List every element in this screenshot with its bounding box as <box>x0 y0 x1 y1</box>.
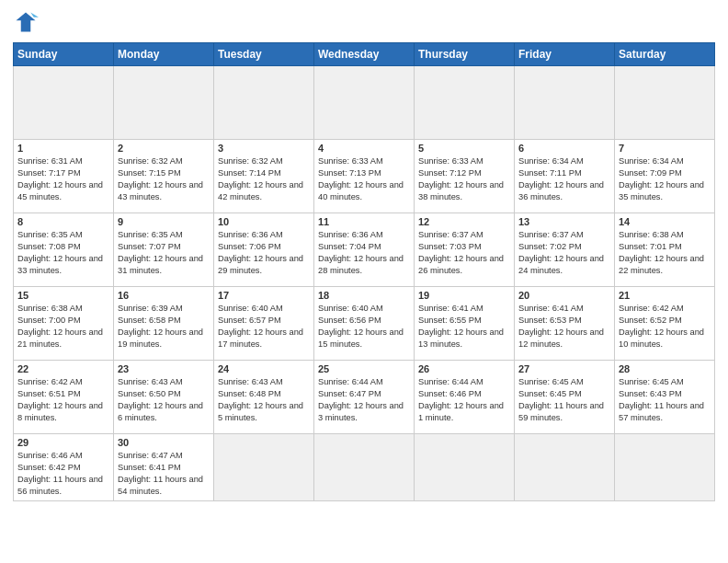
cell-text: Sunrise: 6:36 AMSunset: 7:04 PMDaylight:… <box>318 229 410 277</box>
calendar-week-row: 22 Sunrise: 6:42 AMSunset: 6:51 PMDaylig… <box>14 361 715 434</box>
calendar-header-wednesday: Wednesday <box>314 43 415 66</box>
cell-text: Sunrise: 6:40 AMSunset: 6:57 PMDaylight:… <box>218 303 310 350</box>
calendar-week-row: 1 Sunrise: 6:31 AMSunset: 7:17 PMDayligh… <box>14 140 715 213</box>
day-number: 4 <box>318 143 410 154</box>
day-number: 1 <box>17 143 109 154</box>
day-number: 21 <box>619 290 711 301</box>
cell-text: Sunrise: 6:42 AMSunset: 6:52 PMDaylight:… <box>619 303 711 350</box>
cell-text: Sunrise: 6:45 AMSunset: 6:45 PMDaylight:… <box>518 376 610 424</box>
calendar-cell: 24 Sunrise: 6:43 AMSunset: 6:48 PMDaylig… <box>214 361 314 434</box>
calendar-cell: 27 Sunrise: 6:45 AMSunset: 6:45 PMDaylig… <box>515 361 615 434</box>
day-number: 17 <box>218 290 310 301</box>
day-number: 6 <box>518 143 610 154</box>
calendar-week-row <box>14 66 715 140</box>
calendar-cell <box>314 66 415 140</box>
cell-text: Sunrise: 6:34 AMSunset: 7:09 PMDaylight:… <box>619 155 711 203</box>
calendar-cell <box>615 66 715 140</box>
calendar-cell: 28 Sunrise: 6:45 AMSunset: 6:43 PMDaylig… <box>615 361 715 434</box>
day-number: 16 <box>118 290 210 301</box>
svg-marker-0 <box>17 13 36 32</box>
cell-text: Sunrise: 6:41 AMSunset: 6:55 PMDaylight:… <box>418 303 510 350</box>
calendar-cell <box>214 434 314 501</box>
logo <box>13 9 42 35</box>
cell-text: Sunrise: 6:31 AMSunset: 7:17 PMDaylight:… <box>17 155 109 203</box>
day-number: 15 <box>17 290 109 301</box>
calendar-week-row: 15 Sunrise: 6:38 AMSunset: 7:00 PMDaylig… <box>14 287 715 361</box>
cell-text: Sunrise: 6:46 AMSunset: 6:42 PMDaylight:… <box>17 450 109 498</box>
day-number: 29 <box>17 437 109 448</box>
day-number: 28 <box>619 363 711 374</box>
calendar-cell: 13 Sunrise: 6:37 AMSunset: 7:02 PMDaylig… <box>515 213 615 287</box>
day-number: 11 <box>318 216 410 227</box>
cell-text: Sunrise: 6:39 AMSunset: 6:58 PMDaylight:… <box>118 303 210 350</box>
calendar-cell <box>314 434 415 501</box>
cell-text: Sunrise: 6:44 AMSunset: 6:47 PMDaylight:… <box>318 376 410 424</box>
cell-text: Sunrise: 6:37 AMSunset: 7:02 PMDaylight:… <box>518 229 610 277</box>
cell-text: Sunrise: 6:36 AMSunset: 7:06 PMDaylight:… <box>218 229 310 277</box>
calendar-cell <box>214 66 314 140</box>
cell-text: Sunrise: 6:42 AMSunset: 6:51 PMDaylight:… <box>17 376 109 424</box>
calendar-cell: 14 Sunrise: 6:38 AMSunset: 7:01 PMDaylig… <box>615 213 715 287</box>
calendar-cell: 17 Sunrise: 6:40 AMSunset: 6:57 PMDaylig… <box>214 287 314 361</box>
day-number: 23 <box>118 363 210 374</box>
calendar-week-row: 29 Sunrise: 6:46 AMSunset: 6:42 PMDaylig… <box>14 434 715 501</box>
day-number: 12 <box>418 216 510 227</box>
cell-text: Sunrise: 6:45 AMSunset: 6:43 PMDaylight:… <box>619 376 711 424</box>
cell-text: Sunrise: 6:35 AMSunset: 7:08 PMDaylight:… <box>17 229 109 277</box>
calendar-cell: 16 Sunrise: 6:39 AMSunset: 6:58 PMDaylig… <box>114 287 214 361</box>
calendar-cell: 15 Sunrise: 6:38 AMSunset: 7:00 PMDaylig… <box>14 287 114 361</box>
calendar-cell <box>515 66 615 140</box>
cell-text: Sunrise: 6:43 AMSunset: 6:50 PMDaylight:… <box>118 376 210 424</box>
calendar-cell: 26 Sunrise: 6:44 AMSunset: 6:46 PMDaylig… <box>415 361 515 434</box>
calendar-header-saturday: Saturday <box>615 43 715 66</box>
calendar-cell: 10 Sunrise: 6:36 AMSunset: 7:06 PMDaylig… <box>214 213 314 287</box>
calendar-week-row: 8 Sunrise: 6:35 AMSunset: 7:08 PMDayligh… <box>14 213 715 287</box>
logo-icon <box>13 9 39 35</box>
cell-text: Sunrise: 6:47 AMSunset: 6:41 PMDaylight:… <box>118 450 210 498</box>
day-number: 9 <box>118 216 210 227</box>
svg-marker-1 <box>30 13 39 17</box>
day-number: 22 <box>17 363 109 374</box>
day-number: 5 <box>418 143 510 154</box>
calendar-cell: 18 Sunrise: 6:40 AMSunset: 6:56 PMDaylig… <box>314 287 415 361</box>
cell-text: Sunrise: 6:41 AMSunset: 6:53 PMDaylight:… <box>518 303 610 350</box>
calendar-cell: 23 Sunrise: 6:43 AMSunset: 6:50 PMDaylig… <box>114 361 214 434</box>
day-number: 2 <box>118 143 210 154</box>
calendar-cell: 30 Sunrise: 6:47 AMSunset: 6:41 PMDaylig… <box>114 434 214 501</box>
cell-text: Sunrise: 6:34 AMSunset: 7:11 PMDaylight:… <box>518 155 610 203</box>
calendar-cell: 21 Sunrise: 6:42 AMSunset: 6:52 PMDaylig… <box>615 287 715 361</box>
calendar-cell <box>415 66 515 140</box>
day-number: 30 <box>118 437 210 448</box>
calendar-cell <box>515 434 615 501</box>
calendar-cell <box>14 66 114 140</box>
cell-text: Sunrise: 6:38 AMSunset: 7:01 PMDaylight:… <box>619 229 711 277</box>
calendar-cell <box>114 66 214 140</box>
cell-text: Sunrise: 6:33 AMSunset: 7:12 PMDaylight:… <box>418 155 510 203</box>
day-number: 27 <box>518 363 610 374</box>
calendar-cell: 4 Sunrise: 6:33 AMSunset: 7:13 PMDayligh… <box>314 140 415 213</box>
calendar-cell <box>415 434 515 501</box>
calendar-header-thursday: Thursday <box>415 43 515 66</box>
day-number: 24 <box>218 363 310 374</box>
calendar-cell: 2 Sunrise: 6:32 AMSunset: 7:15 PMDayligh… <box>114 140 214 213</box>
day-number: 8 <box>17 216 109 227</box>
calendar-header-friday: Friday <box>515 43 615 66</box>
day-number: 7 <box>619 143 711 154</box>
cell-text: Sunrise: 6:33 AMSunset: 7:13 PMDaylight:… <box>318 155 410 203</box>
calendar-cell: 12 Sunrise: 6:37 AMSunset: 7:03 PMDaylig… <box>415 213 515 287</box>
calendar-cell: 6 Sunrise: 6:34 AMSunset: 7:11 PMDayligh… <box>515 140 615 213</box>
calendar-cell: 29 Sunrise: 6:46 AMSunset: 6:42 PMDaylig… <box>14 434 114 501</box>
day-number: 10 <box>218 216 310 227</box>
day-number: 18 <box>318 290 410 301</box>
calendar-header-tuesday: Tuesday <box>214 43 314 66</box>
day-number: 20 <box>518 290 610 301</box>
cell-text: Sunrise: 6:37 AMSunset: 7:03 PMDaylight:… <box>418 229 510 277</box>
cell-text: Sunrise: 6:40 AMSunset: 6:56 PMDaylight:… <box>318 303 410 350</box>
calendar-cell: 11 Sunrise: 6:36 AMSunset: 7:04 PMDaylig… <box>314 213 415 287</box>
page-header <box>13 9 715 35</box>
calendar-cell: 5 Sunrise: 6:33 AMSunset: 7:12 PMDayligh… <box>415 140 515 213</box>
calendar-header-row: SundayMondayTuesdayWednesdayThursdayFrid… <box>14 43 715 66</box>
calendar-cell: 9 Sunrise: 6:35 AMSunset: 7:07 PMDayligh… <box>114 213 214 287</box>
cell-text: Sunrise: 6:32 AMSunset: 7:14 PMDaylight:… <box>218 155 310 203</box>
calendar-cell: 1 Sunrise: 6:31 AMSunset: 7:17 PMDayligh… <box>14 140 114 213</box>
